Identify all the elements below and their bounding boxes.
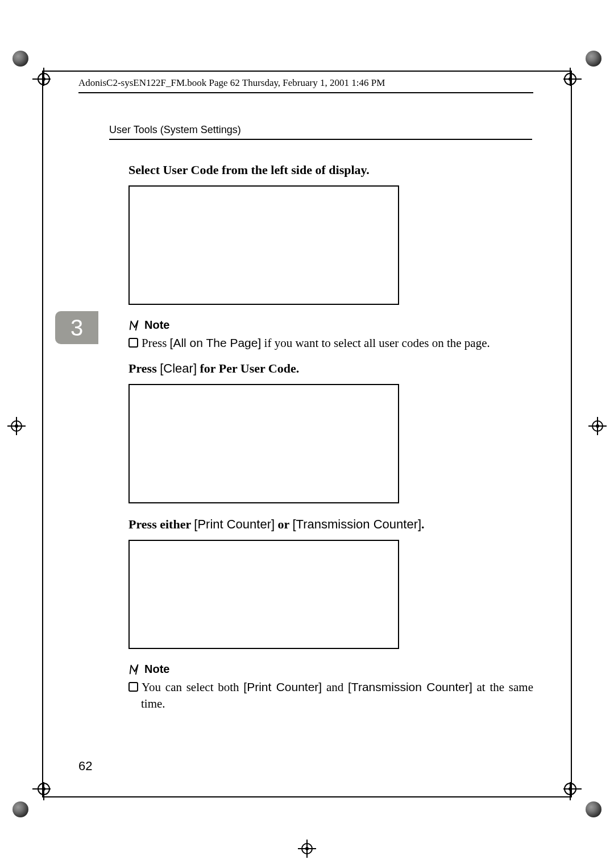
step-heading: Press [Clear] for Per User Code. [128,361,533,376]
register-mark-icon [563,54,595,86]
note-icon [128,663,141,676]
bullet-icon [128,682,138,692]
register-mark-icon [7,417,26,435]
page-border [571,71,572,797]
text: and [322,680,348,694]
bullet-icon [128,338,138,348]
screenshot-placeholder [128,384,399,503]
section-heading: User Tools (System Settings) [109,124,241,136]
note-text: You can select both [Print Counter] and … [128,679,533,712]
register-mark-icon [19,782,51,814]
section-rule [109,139,532,140]
ui-label: [Transmission Counter] [292,517,421,531]
register-mark-icon [563,782,595,814]
text: Press [128,361,160,375]
register-mark-icon [588,417,607,435]
note-text: Press [All on The Page] if you want to s… [128,335,533,351]
crop-header-text: AdonisC2-sysEN122F_FM.book Page 62 Thurs… [78,77,385,89]
note-icon [128,319,141,332]
content-area: Select User Code from the left side of d… [128,163,533,722]
ui-label: [Print Counter] [194,517,275,531]
note-label: Note [144,319,169,332]
text: for Per User Code. [197,361,299,375]
note-label: Note [144,663,169,676]
note-row: Note [128,319,533,332]
text: or [275,517,292,531]
note-row: Note [128,663,533,676]
ui-label: [Transmission Counter] [348,680,472,693]
screenshot-placeholder [128,540,399,649]
page-border [42,796,572,797]
screenshot-placeholder [128,185,399,305]
text: You can select both [142,680,243,694]
ui-label: [Clear] [160,361,197,375]
text: if you want to select all user codes on … [261,336,489,350]
text: Press [142,336,170,350]
chapter-tab: 3 [55,311,98,344]
page-border [42,71,43,797]
header-rule [78,92,533,93]
chapter-number: 3 [70,315,83,341]
register-mark-icon [298,840,316,858]
step-heading: Select User Code from the left side of d… [128,163,533,177]
ui-label: [All on The Page] [170,336,262,349]
page-border [42,71,572,72]
text: Press either [128,517,194,531]
ui-label: [Print Counter] [243,680,322,693]
page: AdonisC2-sysEN122F_FM.book Page 62 Thurs… [0,0,614,868]
text: . [421,517,425,531]
page-number: 62 [78,759,92,774]
register-mark-icon [19,54,51,86]
step-heading: Press either [Print Counter] or [Transmi… [128,517,533,532]
